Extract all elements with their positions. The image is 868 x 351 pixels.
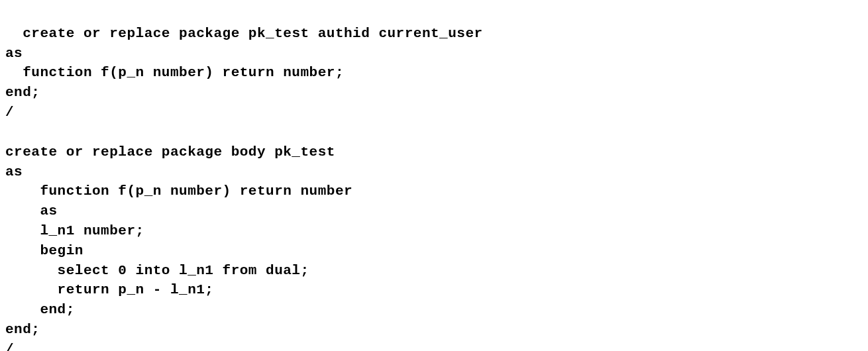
code-line: end; (5, 302, 75, 317)
code-line: select 0 into l_n1 from dual; (5, 263, 309, 278)
code-line: as (5, 164, 23, 179)
code-line: function f(p_n number) return number; (5, 65, 344, 80)
code-line: function f(p_n number) return number (5, 183, 353, 199)
code-line: return p_n - l_n1; (5, 282, 213, 297)
code-line: begin (5, 243, 83, 258)
code-line: end; (5, 85, 40, 100)
code-line: create or replace package body pk_test (5, 144, 335, 160)
code-line: as (5, 46, 23, 61)
code-line: end; (5, 322, 40, 337)
code-block: create or replace package pk_test authid… (5, 4, 863, 351)
code-line: as (5, 203, 58, 219)
code-line: l_n1 number; (5, 223, 144, 238)
code-line: / (5, 105, 14, 120)
code-line: / (5, 342, 14, 351)
code-line: create or replace package pk_test authid… (23, 26, 482, 41)
